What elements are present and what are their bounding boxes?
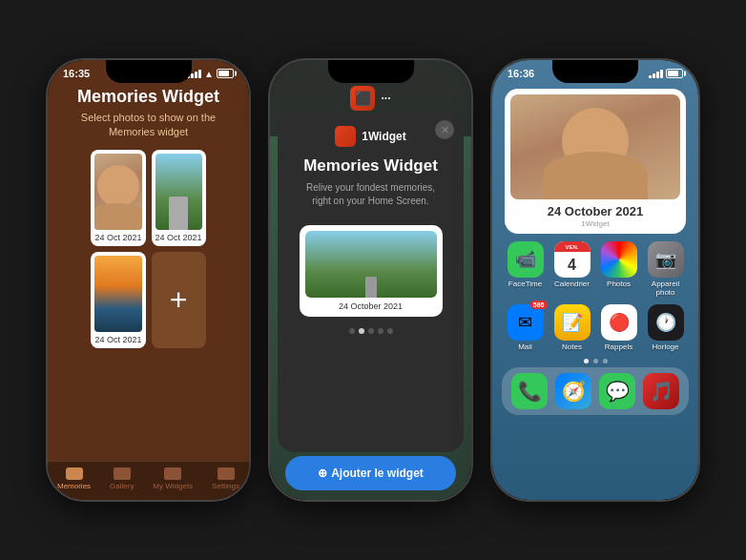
p1-tabbar: Memories Gallery My Widgets Settings [48,461,249,500]
cal-day: 4 [554,252,591,278]
notes-label: Notes [562,342,582,351]
p2-widget-nature-img [305,231,437,298]
p1-tab-gallery-label: Gallery [110,482,134,490]
facetime-icon: 📹 [508,241,544,278]
p3-app-grid: 📹 FaceTime VEN. 4 Calendrier Photos 📷 [502,241,689,351]
p2-top-app-icons-strip: ··· [381,92,390,105]
notch-3 [552,60,638,83]
p3-time: 16:36 [508,68,534,79]
p1-tab-memories-label: Memories [57,482,91,490]
p2-modal-app-icon [335,126,356,147]
calendrier-icon: VEN. 4 [554,241,591,278]
p1-status-icons: ▲ [187,69,234,79]
notch-1 [106,60,192,83]
p2-top-app-icon: ⬛ [350,86,375,111]
p2-app-row: 1Widget [335,126,406,147]
camera-icon: 📷 [648,241,684,278]
p3-app-rappels[interactable]: 🔴 Rappels [598,304,640,351]
p1-tab-gallery[interactable]: Gallery [110,467,134,490]
p3-widget-face-photo [510,94,680,199]
p3-app-camera[interactable]: 📷 Appareil photo [645,241,687,297]
dock-messages-icon[interactable]: 💬 [599,373,635,409]
p3-dot-3 [603,359,608,363]
p2-add-plus-icon: ⊕ [318,467,327,480]
mail-label: Mail [518,342,532,351]
memories-tab-icon [66,467,83,480]
dock-music-icon[interactable]: 🎵 [643,373,679,409]
p1-photo-img-sunset [94,256,141,332]
p3-dock: 📞 🧭 💬 🎵 [502,367,689,415]
p3-status-icons [649,69,683,78]
dock-phone-icon[interactable]: 📞 [511,373,548,409]
p2-dot-2[interactable] [359,328,364,334]
p1-tab-settings-label: Settings [212,482,239,490]
p2-dot-4[interactable] [378,328,383,334]
wifi-icon: ▲ [204,69,214,79]
p1-tab-settings[interactable]: Settings [212,467,239,490]
p2-dot-1[interactable] [349,328,355,334]
p3-page-dots [492,359,698,363]
p1-add-card[interactable]: + [152,252,206,348]
p3-memories-widget: 24 October 2021 1Widget [505,89,686,234]
p3-app-facetime[interactable]: 📹 FaceTime [505,241,547,297]
notes-icon: 📝 [554,304,591,341]
settings-tab-icon [218,467,235,480]
p3-battery-icon [666,69,683,78]
p2-modal: ✕ 1Widget Memories Widget Relive your fo… [278,113,464,452]
p3-app-notes[interactable]: 📝 Notes [551,304,593,351]
p1-photo-label-2: 24 Oct 2021 [155,233,202,242]
p2-add-widget-button[interactable]: ⊕ Ajouter le widget [285,456,456,490]
p1-photo-grid: 24 Oct 2021 24 Oct 2021 24 Oct 2021 + [81,140,215,348]
p2-modal-title: Memories Widget [284,156,457,176]
photos-label: Photos [607,280,631,288]
p1-photo-card-3[interactable]: 24 Oct 2021 [91,252,145,348]
p1-tab-mywidgets[interactable]: My Widgets [153,467,193,490]
p3-app-photos[interactable]: Photos [598,241,640,297]
phone3-screen: 16:36 24 October 2021 1Widget [492,60,698,500]
p1-title: Memories Widget [58,87,238,107]
p3-app-mail[interactable]: ✉ 586 Mail [505,304,547,351]
camera-label: Appareil photo [645,280,687,297]
p1-photo-img-face [94,154,141,230]
photos-icon [601,241,637,278]
p2-carousel-dots [349,328,393,334]
p3-app-row-2: ✉ 586 Mail 📝 Notes 🔴 Rappels 🕐 Horloge [502,304,689,351]
p3-widget-source: 1Widget [510,219,680,228]
p2-widget-preview: 24 October 2021 [300,225,443,317]
phone-1: 16:35 ▲ Memories Widget Select photos to… [46,58,251,502]
p3-app-horloge[interactable]: 🕐 Horloge [645,304,687,351]
rappels-icon: 🔴 [601,304,637,341]
p3-dot-1 [584,359,589,363]
cal-month: VEN. [554,241,591,252]
mail-icon: ✉ 586 [508,304,544,341]
p3-signal-icon [649,69,663,78]
p1-add-icon: + [170,282,188,318]
horloge-label: Horloge [652,342,678,351]
p3-app-cal[interactable]: VEN. 4 Calendrier [551,241,593,297]
p2-dot-3[interactable] [368,328,374,334]
cal-label: Calendrier [554,280,590,288]
p3-widget-date: 24 October 2021 [510,204,680,218]
p1-time: 16:35 [63,68,90,79]
p2-close-button[interactable]: ✕ [435,120,454,139]
phone-3: 16:36 24 October 2021 1Widget [490,58,700,502]
p1-tab-memories[interactable]: Memories [57,467,91,490]
phone2-screen: ⬛ ··· ✕ 1Widget Memories Widget Relive y… [270,60,471,500]
mywidgets-tab-icon [164,467,181,480]
p1-subtitle: Select photos to show on the Memories wi… [48,111,249,140]
gallery-tab-icon [114,467,131,480]
phone-2: ⬛ ··· ✕ 1Widget Memories Widget Relive y… [268,58,473,502]
p3-app-row-1: 📹 FaceTime VEN. 4 Calendrier Photos 📷 [502,241,689,297]
facetime-label: FaceTime [508,280,542,288]
p1-photo-card-1[interactable]: 24 Oct 2021 [91,150,145,246]
p3-dot-2 [593,359,598,363]
p2-widget-date: 24 October 2021 [305,301,437,311]
p2-app-name: 1Widget [362,130,406,143]
p2-dot-5[interactable] [387,328,393,334]
phone1-screen: 16:35 ▲ Memories Widget Select photos to… [48,60,249,500]
mail-badge: 586 [530,301,548,309]
p1-photo-card-2[interactable]: 24 Oct 2021 [152,150,206,246]
dock-safari-icon[interactable]: 🧭 [555,373,591,409]
p1-tab-mywidgets-label: My Widgets [153,482,193,490]
notch-2 [328,60,414,83]
